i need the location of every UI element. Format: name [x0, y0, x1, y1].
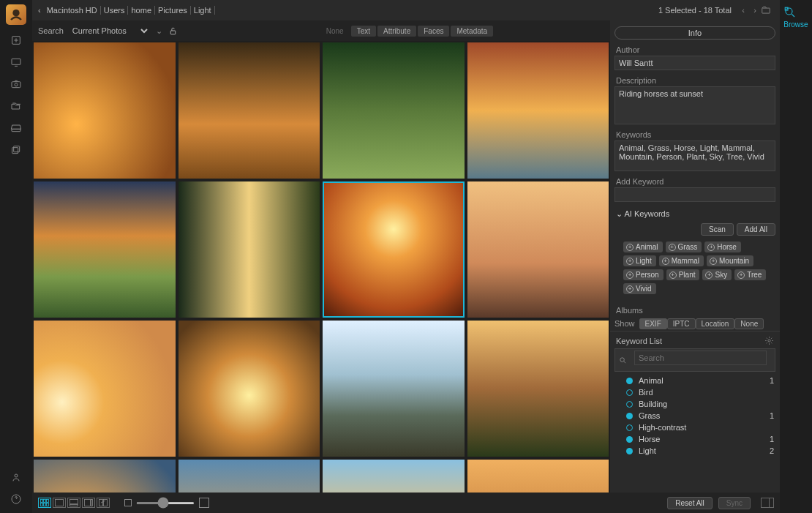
bottom-bar: Reset All Sync	[32, 493, 780, 513]
keyword-row[interactable]: Light2	[616, 445, 774, 457]
browse-mode-button[interactable]: Browse	[783, 6, 808, 29]
thumbnail[interactable]	[178, 42, 320, 179]
crumb-2[interactable]: home	[128, 6, 155, 15]
thumbnail[interactable]	[467, 321, 609, 457]
keyword-list: Animal1BirdBuildingGrass1High-contrastHo…	[610, 375, 780, 493]
thumbnail[interactable]	[467, 181, 609, 318]
thumbnail[interactable]	[323, 460, 465, 493]
author-input[interactable]	[614, 56, 775, 70]
help-icon[interactable]	[10, 493, 23, 506]
thumbnail-grid	[32, 41, 610, 493]
keyword-row[interactable]: Building	[616, 398, 774, 410]
sync-button[interactable]: Sync	[718, 497, 751, 509]
filter-none[interactable]: None	[320, 26, 350, 37]
filter-text[interactable]: Text	[351, 26, 376, 37]
view-split-v-icon[interactable]	[82, 498, 95, 508]
svg-rect-22	[47, 503, 49, 506]
thumbnail[interactable]	[467, 460, 609, 493]
ai-keywords-title: AI Keywords	[624, 209, 669, 218]
add-icon[interactable]	[10, 34, 23, 47]
plus-icon: +	[669, 244, 676, 251]
add-keyword-label: Add Keyword	[610, 176, 780, 187]
keyword-chip[interactable]: +Tree	[734, 269, 766, 280]
keyword-chip[interactable]: +Mammal	[659, 255, 704, 266]
folders-icon[interactable]	[10, 100, 23, 113]
svg-rect-19	[47, 500, 49, 503]
keyword-row[interactable]: Horse1	[616, 433, 774, 445]
thumbnail[interactable]	[323, 42, 465, 179]
lock-icon[interactable]	[168, 26, 178, 36]
back-button[interactable]: ‹	[38, 6, 41, 15]
keywords-input[interactable]: Animal, Grass, Horse, Light, Mammal, Mou…	[614, 141, 775, 171]
plus-icon: +	[626, 244, 634, 251]
thumbnail[interactable]	[323, 181, 465, 318]
keyword-chip[interactable]: +Sky	[702, 269, 732, 280]
filter-attribute[interactable]: Attribute	[377, 26, 416, 37]
keyword-row[interactable]: Grass1	[616, 410, 774, 422]
keyword-row[interactable]: Bird	[616, 386, 774, 398]
keyword-chip[interactable]: +Plant	[666, 269, 700, 280]
stacks-icon[interactable]	[10, 143, 23, 157]
crumb-1[interactable]: Users	[101, 6, 129, 15]
panel-toggle-icon[interactable]	[761, 498, 774, 508]
folder-up-icon[interactable]	[761, 5, 774, 15]
add-keyword-input[interactable]	[614, 187, 775, 202]
view-compare-icon[interactable]	[97, 498, 110, 508]
keyword-search[interactable]	[614, 348, 775, 372]
keywords-label: Keywords	[610, 129, 780, 141]
crumb-4[interactable]: Light	[191, 6, 215, 15]
reset-all-button[interactable]: Reset All	[667, 497, 712, 509]
info-tab[interactable]: Info	[614, 26, 775, 40]
show-option-location[interactable]: Location	[696, 318, 735, 329]
view-single-icon[interactable]	[53, 498, 66, 508]
show-option-exif[interactable]: EXIF	[639, 318, 667, 329]
keyword-search-input[interactable]	[634, 351, 767, 365]
scan-button[interactable]: Scan	[701, 223, 734, 236]
user-icon[interactable]	[10, 471, 23, 484]
add-all-button[interactable]: Add All	[737, 223, 775, 236]
filter-metadata[interactable]: Metadata	[451, 26, 493, 37]
keyword-chip[interactable]: +Vivid	[623, 283, 656, 294]
keyword-chip[interactable]: +Horse	[704, 241, 741, 252]
camera-icon[interactable]	[10, 78, 23, 91]
svg-rect-13	[170, 30, 176, 34]
description-input[interactable]: Riding horses at sunset	[614, 86, 775, 124]
thumbnail[interactable]	[178, 181, 320, 318]
svg-rect-29	[104, 500, 108, 506]
monitor-icon[interactable]	[10, 56, 23, 69]
show-option-none[interactable]: None	[734, 318, 764, 329]
gear-icon[interactable]	[764, 336, 774, 345]
view-grid-icon[interactable]	[38, 498, 51, 508]
thumbnail[interactable]	[323, 321, 465, 457]
search-icon	[619, 356, 627, 364]
svg-rect-24	[70, 500, 78, 504]
keyword-name: Animal	[639, 376, 770, 385]
keyword-row[interactable]: Animal1	[616, 375, 774, 386]
crumb-3[interactable]: Pictures	[155, 6, 191, 15]
keyword-chip[interactable]: +Grass	[666, 241, 702, 252]
drive-icon[interactable]	[10, 121, 23, 135]
thumbnail[interactable]	[178, 321, 320, 457]
plus-icon: +	[626, 272, 634, 279]
thumbnail[interactable]	[178, 460, 320, 493]
keyword-chip[interactable]: +Person	[623, 269, 663, 280]
keyword-chip[interactable]: +Light	[623, 255, 656, 266]
show-option-iptc[interactable]: IPTC	[667, 318, 696, 329]
crumb-0[interactable]: Macintosh HD	[44, 6, 101, 15]
thumbnail[interactable]	[34, 42, 176, 179]
filter-faces[interactable]: Faces	[418, 26, 449, 37]
thumbnail[interactable]	[34, 181, 176, 318]
next-button[interactable]: ›	[749, 6, 761, 15]
thumbnail[interactable]	[467, 42, 609, 179]
thumbnail[interactable]	[34, 460, 176, 493]
prev-button[interactable]: ‹	[737, 6, 749, 15]
ai-keywords-header[interactable]: ⌄ AI Keywords	[610, 206, 780, 222]
keyword-chip[interactable]: +Mountain	[707, 255, 753, 266]
search-scope-select[interactable]: Current Photos	[69, 26, 150, 36]
view-split-h-icon[interactable]	[67, 498, 80, 508]
thumbnail[interactable]	[34, 321, 176, 457]
svg-rect-5	[12, 129, 20, 131]
keyword-chip[interactable]: +Animal	[623, 241, 663, 252]
keyword-row[interactable]: High-contrast	[616, 422, 774, 433]
thumbnail-size-slider[interactable]	[136, 502, 195, 504]
